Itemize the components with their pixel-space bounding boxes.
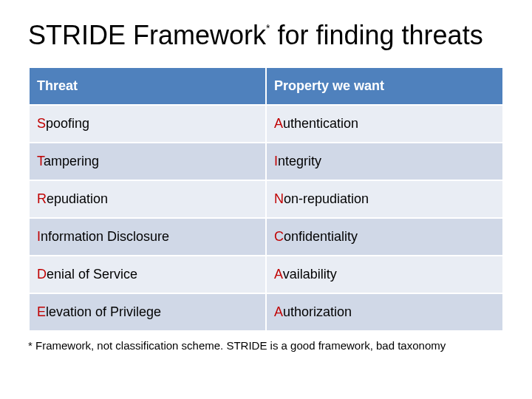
title-asterisk: * [266,22,270,34]
header-property: Property we want [266,67,503,105]
table-row: Information Disclosure Confidentiality [29,218,503,256]
cell-property: Non-repudiation [266,180,503,218]
page-title: STRIDE Framework* for finding threats [28,21,504,50]
table-row: Elevation of Privilege Authorization [29,293,503,331]
cell-threat: Tampering [29,143,266,180]
header-threat: Threat [29,67,266,105]
table-row: Denial of Service Availability [29,256,503,293]
table-row: Repudiation Non-repudiation [29,180,503,218]
footnote: * Framework, not classification scheme. … [28,339,504,352]
cell-threat: Elevation of Privilege [29,293,266,331]
cell-property: Integrity [266,143,503,180]
table-header-row: Threat Property we want [29,67,503,105]
cell-property: Authorization [266,293,503,331]
table-row: Spoofing Authentication [29,105,503,143]
cell-property: Authentication [266,105,503,143]
cell-threat: Repudiation [29,180,266,218]
cell-threat: Information Disclosure [29,218,266,256]
slide: STRIDE Framework* for finding threats Th… [0,0,532,399]
table-row: Tampering Integrity [29,143,503,180]
cell-property: Confidentiality [266,218,503,256]
title-part-b: for finding threats [270,20,482,50]
cell-property: Availability [266,256,503,293]
cell-threat: Spoofing [29,105,266,143]
stride-table: Threat Property we want Spoofing Authent… [28,66,504,332]
title-part-a: STRIDE Framework [28,20,266,50]
cell-threat: Denial of Service [29,256,266,293]
